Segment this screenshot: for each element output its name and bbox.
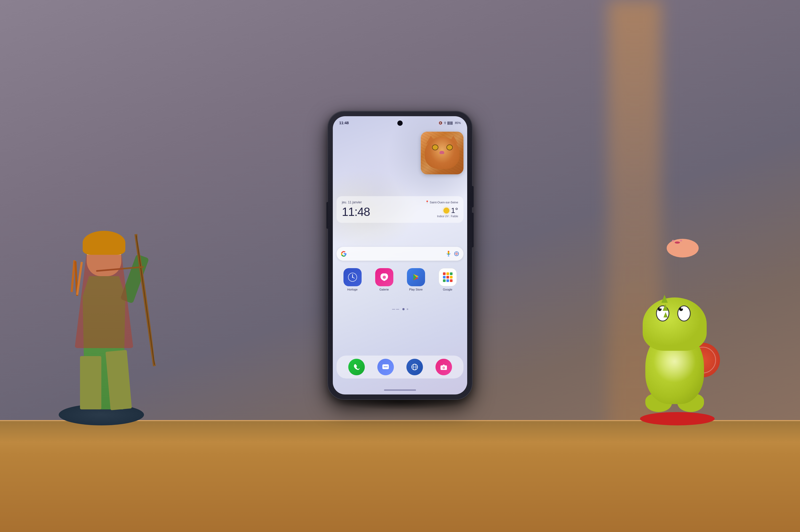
battery-text: 85% — [455, 121, 461, 125]
widget-bottom-row: 11:48 1° Indice UV : Faible — [342, 205, 458, 218]
cat-nose — [440, 151, 444, 154]
cat-eye-right — [446, 145, 453, 150]
yoshi-eye-right — [677, 305, 691, 321]
app-galerie[interactable]: Galerie — [374, 268, 395, 291]
figurine-quiver — [72, 260, 80, 295]
google-logo — [341, 251, 347, 257]
google-app-icon — [439, 268, 457, 286]
page-line-2 — [396, 309, 399, 310]
phone-screen: 11:48 🔇 ⚲ ▌▌▌ 85% — [333, 116, 467, 395]
home-indicator[interactable] — [384, 390, 416, 391]
app-playstore[interactable]: Play Store — [405, 268, 427, 291]
dock-camera-app[interactable] — [435, 359, 452, 375]
link-figurine — [53, 186, 200, 425]
widget-location: 📍 Saint-Ouen-sur-Seine — [425, 201, 458, 204]
widget-top-row: jeu. 11 janvier 📍 Saint-Ouen-sur-Seine — [342, 201, 458, 204]
app-dock — [337, 356, 463, 379]
volume-down-button[interactable] — [472, 213, 473, 247]
background-scene: 11:48 🔇 ⚲ ▌▌▌ 85% — [0, 0, 800, 532]
svg-rect-1 — [448, 251, 449, 254]
page-dot-active — [403, 308, 405, 310]
svg-point-10 — [383, 276, 386, 279]
google-search-bar[interactable] — [337, 247, 463, 261]
cat-photo-widget[interactable] — [421, 132, 463, 174]
location-pin-icon: 📍 — [425, 201, 429, 204]
status-icons: 🔇 ⚲ ▌▌▌ 85% — [439, 121, 461, 125]
dock-phone-app[interactable] — [348, 359, 365, 375]
page-lines-indicator — [392, 309, 399, 310]
galerie-label: Galerie — [379, 288, 389, 291]
playstore-label: Play Store — [409, 288, 423, 291]
page-indicators — [333, 308, 467, 310]
signal-icon: ▌▌▌ — [448, 121, 453, 125]
playstore-icon — [407, 268, 425, 286]
svg-point-12 — [384, 366, 385, 367]
dock-samsung-internet-app[interactable] — [406, 359, 423, 375]
svg-point-9 — [352, 277, 353, 278]
cat-eye-left — [432, 145, 439, 150]
yoshi-snout — [667, 239, 699, 258]
widget-time: 11:48 — [342, 205, 370, 218]
cat-image — [421, 132, 463, 174]
horloge-icon — [343, 268, 361, 286]
page-dot-2 — [407, 308, 408, 310]
app-grid: Horloge Galerie — [337, 268, 463, 291]
widget-uv-index: Indice UV : Faible — [437, 215, 458, 218]
horloge-label: Horloge — [347, 288, 358, 291]
figurine-leg-left — [80, 356, 101, 410]
svg-point-13 — [385, 366, 386, 367]
google-lens-icon[interactable] — [454, 251, 459, 256]
widget-weather: 1° Indice UV : Faible — [437, 206, 458, 218]
app-horloge[interactable]: Horloge — [342, 268, 363, 291]
power-button[interactable] — [472, 186, 473, 207]
figurine-hair — [83, 231, 125, 255]
front-camera — [397, 120, 403, 126]
widget-temperature: 1° — [444, 206, 458, 215]
voice-search-icon[interactable] — [446, 251, 451, 256]
sound-icon: 🔇 — [439, 121, 442, 125]
dock-messages-app[interactable] — [377, 359, 394, 375]
page-line-1 — [392, 309, 395, 310]
volume-up-button[interactable] — [327, 202, 328, 229]
widget-date: jeu. 11 janvier — [342, 201, 362, 204]
wooden-shelf — [0, 420, 800, 532]
svg-line-0 — [136, 235, 154, 365]
google-app-label: Google — [443, 288, 452, 291]
phone: 11:48 🔇 ⚲ ▌▌▌ 85% — [328, 111, 472, 404]
yoshi-spikes — [661, 295, 668, 318]
galerie-icon — [375, 268, 393, 286]
phone-body: 11:48 🔇 ⚲ ▌▌▌ 85% — [328, 111, 472, 399]
google-grid-icon — [443, 272, 452, 282]
status-time: 11:48 — [339, 121, 349, 125]
location-icon: ⚲ — [444, 121, 446, 125]
figurine-bow — [134, 234, 156, 366]
sun-icon — [444, 208, 449, 213]
svg-point-14 — [386, 366, 388, 367]
datetime-weather-widget[interactable]: jeu. 11 janvier 📍 Saint-Ouen-sur-Seine 1… — [337, 196, 463, 223]
yoshi-figurine — [635, 287, 720, 425]
app-google[interactable]: Google — [437, 268, 459, 291]
yoshi-head — [643, 298, 707, 351]
